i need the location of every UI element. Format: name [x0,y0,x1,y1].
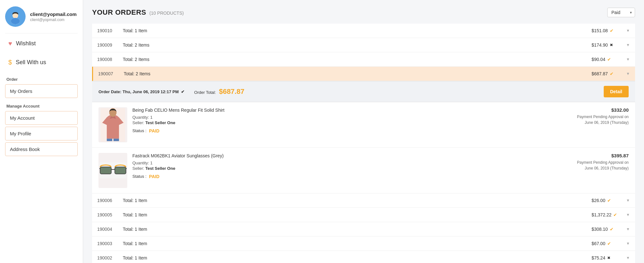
order-row[interactable]: 190007 Total: 2 Items $687.87 ✔ ▼ [92,67,635,81]
order-items-count: Total: 2 Items [124,71,592,76]
chevron-down-icon: ▼ [626,241,630,246]
seller-name: Test Seller One [145,166,175,171]
order-items-count: Total: 2 Items [123,57,592,62]
order-total: $151.08 ✔ [592,28,624,33]
heart-icon: ♥ [8,40,12,47]
order-id: 190009 [97,42,123,48]
avatar [5,6,26,27]
status-label: Status : [132,174,146,179]
sidebar-item-my-profile[interactable]: My Profile [5,127,78,140]
chevron-down-icon: ▼ [626,57,630,62]
cross-icon: ✖ [607,256,610,260]
check-icon: ✔ [607,198,611,203]
order-id: 190005 [97,212,123,217]
product-image [98,153,127,188]
filter-dropdown-wrapper[interactable]: Paid Unpaid All ▼ [607,8,635,17]
product-qty: Quantity: 1 [132,161,566,165]
order-items-count: Total: 1 Item [123,241,592,246]
chevron-down-icon: ▼ [626,198,630,203]
order-total-amount: $687.87 [219,87,245,95]
orders-list: 190010 Total: 1 Item $151.08 ✔ ▼ 190009 … [92,24,635,263]
status-value: PAID [149,174,159,179]
order-total: $1,372.22 ✔ [592,212,624,217]
payment-status: Payment Pending Approval onJune 06, 2019… [571,114,629,125]
product-row: Fastrack M062BK1 Aviator Sunglasses (Gre… [98,153,629,188]
order-row[interactable]: 190008 Total: 2 Items $90.04 ✔ ▼ [92,52,635,67]
svg-rect-15 [115,167,126,174]
chevron-down-icon: ▼ [626,213,630,217]
order-id: 190004 [97,227,123,232]
sidebar-item-my-orders[interactable]: My Orders [5,84,78,98]
order-id: 190006 [97,198,123,203]
order-id: 190003 [97,241,123,246]
order-row[interactable]: 190010 Total: 1 Item $151.08 ✔ ▼ [92,24,635,38]
order-detail-header: Order Date: Thu, June 06, 2019 12:17 PM … [92,81,635,102]
product-seller: Seller: Test Seller One [132,120,566,125]
product-status: Status : PAID [132,174,566,179]
user-section: client@yopmail.com client@yopmail.com [5,6,78,34]
check-icon: ✔ [607,241,611,246]
product-card: Being Fab CELIO Mens Regular Fit Solid S… [92,102,635,148]
order-row[interactable]: 190005 Total: 1 Item $1,372.22 ✔ ▼ [92,208,635,222]
product-status: Status : PAID [132,128,566,133]
sidebar: client@yopmail.com client@yopmail.com ♥ … [0,0,83,263]
wishlist-label: Wishlist [16,40,36,47]
product-card: Fastrack M062BK1 Aviator Sunglasses (Gre… [92,148,635,193]
status-value: PAID [149,128,159,133]
svg-line-12 [99,168,100,169]
check-icon: ✔ [610,227,614,232]
order-total: $26.00 ✔ [592,198,624,203]
product-seller: Seller: Test Seller One [132,166,566,171]
svg-rect-14 [100,167,111,174]
user-email-sub: client@yopmail.com [30,18,77,22]
user-info: client@yopmail.com client@yopmail.com [30,11,77,22]
svg-rect-7 [114,139,119,141]
product-price-col: $395.87 Payment Pending Approval onJune … [571,153,629,171]
sidebar-item-wishlist[interactable]: ♥ Wishlist [5,35,78,52]
manage-section-label: Manage Account [6,104,78,109]
order-row[interactable]: 190004 Total: 1 Item $308.10 ✔ ▼ [92,222,635,237]
order-row[interactable]: 190002 Total: 1 Item $75.24 ✖ ▼ [92,251,635,263]
order-row[interactable]: 190006 Total: 1 Item $26.00 ✔ ▼ [92,193,635,208]
order-items-count: Total: 1 Item [123,255,592,260]
svg-point-3 [11,18,20,24]
order-items-count: Total: 1 Item [123,28,592,33]
detail-button[interactable]: Detail [604,86,629,97]
order-total: $90.04 ✔ [592,57,624,62]
product-count: (10 PRODUCTS) [149,11,184,16]
check-icon: ✔ [607,57,611,62]
chevron-down-icon: ▼ [626,227,630,231]
check-icon: ✔ [610,71,614,76]
check-icon: ✔ [181,89,185,94]
order-items-count: Total: 1 Item [123,227,592,232]
svg-line-13 [126,168,127,169]
sidebar-item-sell[interactable]: $ Sell With us [5,54,78,71]
chevron-down-icon: ▼ [626,256,630,260]
product-price-col: $332.00 Payment Pending Approval onJune … [571,107,629,125]
order-id: 190010 [97,28,123,33]
seller-name: Test Seller One [145,120,175,125]
filter-dropdown[interactable]: Paid Unpaid All [607,8,635,17]
product-info: Being Fab CELIO Mens Regular Fit Solid S… [132,107,566,133]
svg-rect-6 [107,139,112,141]
chevron-down-icon: ▼ [626,28,630,33]
sidebar-item-my-account[interactable]: My Account [5,111,78,125]
order-total: $67.00 ✔ [592,241,624,246]
order-row[interactable]: 190009 Total: 2 Items $174.90 ✖ ▼ [92,38,635,52]
order-items-count: Total: 1 Item [123,198,592,203]
product-qty: Quantity: 1 [132,115,566,120]
sidebar-item-address-book[interactable]: Address Book [5,142,78,156]
order-id: 190008 [97,57,123,62]
order-total: $687.87 ✔ [592,71,624,76]
main-content: YOUR ORDERS (10 PRODUCTS) Paid Unpaid Al… [83,0,644,263]
dollar-icon: $ [8,59,12,66]
sell-label: Sell With us [16,59,46,66]
product-info: Fastrack M062BK1 Aviator Sunglasses (Gre… [132,153,566,179]
chevron-down-icon: ▼ [626,43,630,47]
order-section-label: Order [6,77,78,82]
order-date-label: Order Date: Thu, June 06, 2019 12:17 PM … [98,89,185,94]
chevron-down-icon: ▼ [626,71,630,76]
order-detail-panel: Order Date: Thu, June 06, 2019 12:17 PM … [92,81,635,193]
product-name: Fastrack M062BK1 Aviator Sunglasses (Gre… [132,153,566,159]
order-row[interactable]: 190003 Total: 1 Item $67.00 ✔ ▼ [92,237,635,251]
